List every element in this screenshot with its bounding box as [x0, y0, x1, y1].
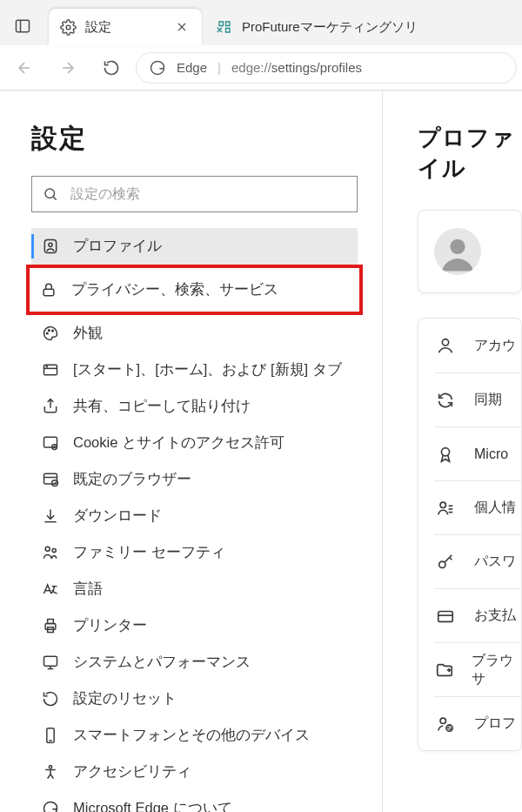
sidebar-item-about-edge[interactable]: Microsoft Edge について	[31, 790, 358, 812]
personal-info-icon	[434, 499, 457, 518]
setting-row-label: 同期	[474, 391, 502, 409]
site-favicon-icon	[216, 18, 233, 36]
sidebar-item-start-home-newtab[interactable]: [スタート]、[ホーム]、および [新規] タブ	[31, 352, 358, 388]
tab-settings[interactable]: 設定	[49, 9, 202, 45]
svg-point-17	[46, 366, 47, 367]
tab-actions-button[interactable]	[3, 7, 42, 45]
sidebar-item-label: スマートフォンとその他のデバイス	[73, 726, 310, 745]
svg-point-12	[46, 332, 48, 334]
setting-row-label: Micro	[474, 446, 508, 462]
search-icon	[41, 186, 60, 202]
sidebar-item-downloads[interactable]: ダウンロード	[31, 498, 358, 534]
tab-title: 設定	[85, 19, 111, 36]
sidebar-item-share-copy-paste[interactable]: 共有、コピーして貼り付け	[31, 388, 358, 425]
sidebar-heading: 設定	[31, 121, 358, 157]
settings-search[interactable]	[31, 176, 358, 212]
setting-row-browser-data[interactable]: ブラウサ	[434, 642, 521, 696]
sidebar-item-family-safety[interactable]: ファミリー セーフティ	[31, 534, 358, 571]
sidebar-item-label: 言語	[73, 580, 103, 599]
setting-row-sync[interactable]: 同期	[434, 372, 521, 426]
setting-row-personal-info[interactable]: 個人情	[434, 480, 521, 534]
svg-point-27	[52, 548, 56, 552]
highlight-frame: プライバシー、検索、サービス	[26, 265, 363, 315]
svg-point-7	[45, 189, 55, 198]
account-icon	[434, 336, 457, 355]
sidebar-item-reset-settings[interactable]: 設定のリセット	[31, 681, 358, 717]
back-button[interactable]	[5, 49, 44, 87]
tabstrip: 設定 ProFutureマーケティングソリューシ	[0, 0, 522, 45]
sidebar-item-accessibility[interactable]: アクセシビリティ	[31, 754, 358, 790]
svg-point-13	[49, 330, 50, 332]
settings-sidebar: 設定 プロファイル プライバシー、検索、サービス	[0, 91, 383, 812]
share-icon	[40, 398, 61, 415]
browser-chrome: 設定 ProFutureマーケティングソリューシ Edge |	[0, 0, 522, 91]
forward-button[interactable]	[49, 49, 87, 87]
profile-settings-icon	[434, 715, 457, 734]
phone-icon	[40, 727, 61, 744]
key-icon	[434, 553, 457, 572]
profile-icon	[40, 238, 61, 255]
settings-content: 設定 プロファイル プライバシー、検索、サービス	[0, 91, 522, 812]
svg-point-51	[446, 724, 452, 730]
sidebar-item-label: Microsoft Edge について	[73, 799, 232, 812]
svg-rect-32	[44, 656, 57, 666]
sidebar-item-cookies-site-permissions[interactable]: Cookie とサイトのアクセス許可	[31, 425, 358, 461]
system-icon	[40, 654, 61, 671]
svg-point-41	[442, 339, 448, 346]
sidebar-item-label: 設定のリセット	[73, 689, 177, 708]
settings-menu: プロファイル プライバシー、検索、サービス 外観	[31, 228, 358, 812]
sidebar-item-languages[interactable]: 言語	[31, 571, 358, 607]
reset-icon	[40, 690, 61, 708]
svg-point-2	[66, 25, 70, 30]
sidebar-item-label: [スタート]、[ホーム]、および [新規] タブ	[73, 360, 342, 379]
setting-row-label: 個人情	[474, 499, 516, 517]
credit-card-icon	[434, 607, 457, 626]
close-tab-button[interactable]	[172, 17, 191, 37]
address-brand: Edge	[177, 60, 207, 75]
svg-point-40	[450, 239, 465, 254]
sidebar-item-label: 外観	[73, 324, 103, 343]
svg-point-26	[45, 547, 50, 551]
address-bar[interactable]: Edge | edge://settings/profiles	[136, 52, 517, 84]
refresh-button[interactable]	[92, 49, 130, 87]
svg-rect-19	[44, 437, 57, 447]
setting-row-profile-preferences[interactable]: プロフ	[434, 696, 521, 750]
sidebar-item-default-browser[interactable]: 既定のブラウザー	[31, 461, 358, 498]
edge-logo-icon	[149, 59, 166, 77]
sidebar-item-profiles[interactable]: プロファイル	[31, 228, 358, 265]
sidebar-item-label: ダウンロード	[73, 507, 162, 526]
tab-other[interactable]: ProFutureマーケティングソリューシ	[205, 9, 426, 45]
sidebar-item-appearance[interactable]: 外観	[31, 315, 358, 352]
accessibility-icon	[40, 763, 61, 781]
tab-title: ProFutureマーケティングソリューシ	[242, 19, 416, 36]
setting-row-passwords[interactable]: パスワ	[434, 534, 521, 588]
svg-point-50	[440, 718, 445, 723]
svg-rect-0	[17, 20, 30, 31]
svg-rect-48	[438, 611, 453, 621]
language-icon	[40, 580, 61, 598]
lock-icon	[38, 281, 59, 299]
sidebar-item-system-performance[interactable]: システムとパフォーマンス	[31, 644, 358, 681]
svg-point-10	[49, 243, 52, 246]
window-icon	[40, 361, 61, 379]
setting-row-label: ブラウサ	[472, 652, 521, 688]
search-input[interactable]	[70, 186, 348, 202]
pane-heading: プロファイル	[418, 123, 522, 184]
profile-card[interactable]	[418, 210, 522, 293]
sidebar-item-printers[interactable]: プリンター	[31, 607, 358, 644]
sidebar-item-privacy[interactable]: プライバシー、検索、サービス	[30, 268, 359, 312]
setting-row-payment[interactable]: お支払	[434, 588, 521, 642]
family-icon	[40, 544, 61, 561]
import-browser-icon	[434, 661, 454, 680]
profile-settings-list: アカウ 同期 Micro 個人情	[418, 318, 522, 751]
sidebar-item-phone-devices[interactable]: スマートフォンとその他のデバイス	[31, 717, 358, 754]
svg-point-14	[52, 330, 54, 332]
edge-logo-icon	[40, 800, 61, 812]
setting-row-label: アカウ	[474, 337, 516, 355]
rewards-icon	[434, 445, 457, 464]
setting-row-account[interactable]: アカウ	[434, 319, 521, 372]
setting-row-label: お支払	[474, 607, 516, 625]
sidebar-item-label: 共有、コピーして貼り付け	[73, 397, 251, 416]
svg-point-42	[441, 447, 449, 455]
setting-row-microsoft-rewards[interactable]: Micro	[434, 426, 521, 480]
